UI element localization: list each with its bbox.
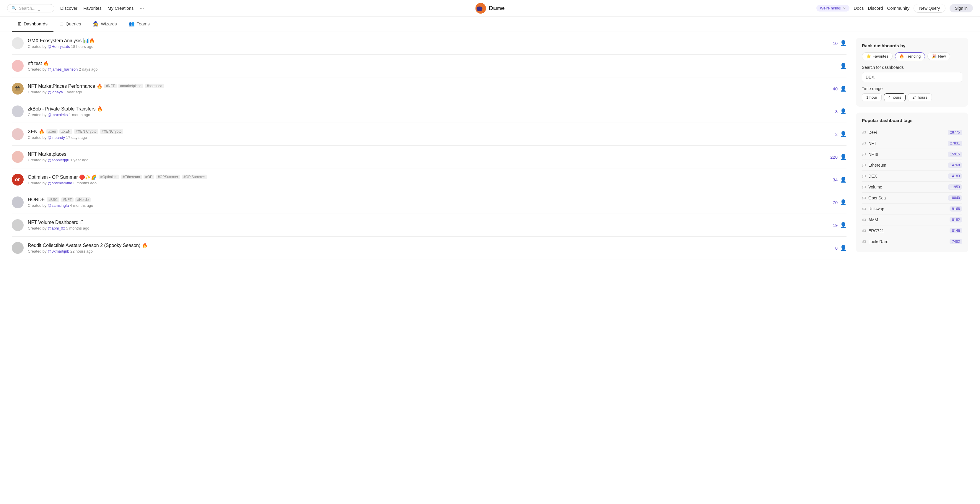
nav-favorites[interactable]: Favorites (83, 6, 102, 11)
popular-tags-section: Popular dashboard tags 🏷 DeFi 28775 🏷 NF… (856, 113, 968, 252)
tag-count: 9166 (950, 206, 962, 212)
search-box[interactable]: 🔍 Search... _ (7, 4, 54, 13)
creator-link[interactable]: @samsingla (48, 203, 69, 208)
time-button-4-hours[interactable]: 4 hours (884, 93, 905, 101)
dashboard-item[interactable]: HORDE #BSC#NFT#Horde Created by @samsing… (12, 191, 846, 214)
tag-name: 🏷 Ethereum (862, 163, 886, 167)
search-placeholder: Search... (19, 6, 35, 11)
rank-button-trending[interactable]: 🔥 Trending (895, 52, 925, 60)
creator-link[interactable]: @0xmartijnb (48, 249, 69, 254)
creator-link[interactable]: @maxaleks (48, 113, 68, 117)
nav-discover[interactable]: Discover (60, 6, 77, 11)
tag-row[interactable]: 🏷 OpenSea 10040 (862, 193, 962, 204)
dashboard-tag: #Horde (75, 197, 91, 202)
rank-btn-icon: 🔥 (899, 54, 904, 59)
tag-icon: 🏷 (862, 206, 866, 211)
creator-link[interactable]: @james_harrison (48, 67, 78, 72)
creator-link[interactable]: @lnpandy (48, 135, 65, 140)
dashboard-item[interactable]: NFT Volume Dashboard 🗒 Created by @abhi_… (12, 214, 846, 237)
subtab-wizards[interactable]: 🧙 Wizards (87, 16, 123, 32)
subtab-dashboards[interactable]: ⊞ Dashboards (12, 16, 54, 32)
hiring-badge[interactable]: We're hiring! ✕ (816, 5, 850, 11)
tag-row[interactable]: 🏷 Volume 11953 (862, 182, 962, 193)
dashboard-item[interactable]: nft test 🔥 Created by @james_harrison 2 … (12, 55, 846, 77)
tag-row[interactable]: 🏷 Ethereum 14768 (862, 160, 962, 171)
rank-button-new[interactable]: 🎉 New (928, 52, 950, 60)
item-meta: Created by @johaya 1 year ago (28, 90, 829, 94)
item-title: XEN 🔥 #xen#XEN#XEN Crypto#XENCrypto (28, 129, 831, 134)
item-meta: Created by @optimismfnd 3 months ago (28, 181, 829, 185)
item-title: HORDE #BSC#NFT#Horde (28, 197, 829, 203)
item-meta: Created by @Henrystats 18 hours ago (28, 44, 829, 49)
dashboard-item[interactable]: XEN 🔥 #xen#XEN#XEN Crypto#XENCrypto Crea… (12, 123, 846, 146)
creator-link[interactable]: @sophieqgu (48, 158, 69, 162)
person-icon: 👤 (840, 199, 846, 206)
time-range-label: Time range (862, 86, 962, 91)
rank-button-favorites[interactable]: ⭐ Favorites (862, 52, 892, 60)
docs-link[interactable]: Docs (854, 6, 864, 11)
signin-button[interactable]: Sign in (950, 4, 973, 13)
dashboard-item[interactable]: GMX Ecosystem Analysis 📊🔥 Created by @He… (12, 32, 846, 55)
tag-row[interactable]: 🏷 LooksRare 7482 (862, 236, 962, 247)
person-icon: 👤 (840, 63, 846, 69)
tag-name: 🏷 OpenSea (862, 196, 886, 200)
community-link[interactable]: Community (887, 6, 909, 11)
popular-tags-title: Popular dashboard tags (862, 118, 962, 123)
time-button-24-hours[interactable]: 24 hours (908, 93, 932, 101)
subtab-teams[interactable]: 👥 Teams (123, 16, 156, 32)
item-title: NFT Volume Dashboard 🗒 (28, 220, 829, 225)
nav-more[interactable]: ··· (139, 5, 144, 11)
hiring-close-icon[interactable]: ✕ (843, 6, 846, 10)
creator-link[interactable]: @johaya (48, 90, 63, 94)
top-navigation: 🔍 Search... _ Discover Favorites My Crea… (0, 0, 980, 16)
subtab-icon-wizards: 🧙 (93, 21, 99, 27)
dashboard-item[interactable]: 🏛 NFT MarketPlaces Performance 🔥 #NFT#ma… (12, 77, 846, 100)
star-count: 70 (833, 200, 838, 205)
tag-row[interactable]: 🏷 NFT 27831 (862, 138, 962, 149)
new-query-button[interactable]: New Query (913, 4, 945, 13)
item-title-text: GMX Ecosystem Analysis 📊🔥 (28, 38, 95, 43)
item-content: NFT Marketplaces Created by @sophieqgu 1… (28, 152, 826, 162)
tag-name: 🏷 LooksRare (862, 239, 888, 244)
tag-name: 🏷 ERC721 (862, 228, 884, 233)
tag-row[interactable]: 🏷 AMM 8182 (862, 214, 962, 225)
subtab-label: Wizards (101, 21, 117, 26)
rank-btn-icon: 🎉 (932, 54, 937, 59)
subtab-queries[interactable]: ☐ Queries (54, 16, 87, 32)
tag-count: 15915 (948, 152, 962, 157)
item-meta: Created by @abhi_0x 5 months ago (28, 226, 829, 230)
dashboard-tag: #OP Summer (181, 175, 207, 179)
time-button-1-hour[interactable]: 1 hour (862, 93, 881, 101)
star-count: 40 (833, 86, 838, 91)
star-count: 3 (835, 109, 838, 114)
tag-row[interactable]: 🏷 DeFi 28775 (862, 127, 962, 138)
dashboard-feed: GMX Ecosystem Analysis 📊🔥 Created by @He… (12, 32, 846, 259)
discord-link[interactable]: Discord (868, 6, 883, 11)
creator-link[interactable]: @optimismfnd (48, 181, 72, 185)
dashboard-item[interactable]: zkBob - Private Stable Transfers 🔥 Creat… (12, 100, 846, 123)
tag-name: 🏷 AMM (862, 217, 878, 222)
item-title-text: NFT Volume Dashboard 🗒 (28, 220, 84, 225)
subtab-icon-dashboards: ⊞ (18, 21, 22, 27)
tag-label: AMM (869, 217, 878, 222)
tag-row[interactable]: 🏷 NFTs 15915 (862, 149, 962, 160)
nav-my-creations[interactable]: My Creations (108, 6, 134, 11)
dashboard-item[interactable]: NFT Marketplaces Created by @sophieqgu 1… (12, 146, 846, 168)
creator-link[interactable]: @abhi_0x (48, 226, 65, 230)
tag-count: 14768 (948, 163, 962, 168)
tag-row[interactable]: 🏷 ERC721 8146 (862, 225, 962, 236)
tag-label: Volume (869, 185, 882, 189)
tag-label: DEX (869, 174, 877, 179)
tag-row[interactable]: 🏷 DEX 14183 (862, 171, 962, 182)
dashboard-tag: #XEN Crypto (74, 129, 99, 134)
dashboard-item[interactable]: Reddit Collectible Avatars Season 2 (Spo… (12, 237, 846, 259)
star-count: 8 (835, 246, 838, 250)
search-dashboards-input[interactable] (862, 72, 962, 82)
avatar (12, 37, 24, 49)
item-stats: 34 👤 (833, 176, 846, 183)
avatar (12, 151, 24, 163)
creator-link[interactable]: @Henrystats (48, 44, 70, 49)
person-icon: 👤 (840, 222, 846, 228)
dashboard-item[interactable]: OP Optimism - OP Summer 🔴✨🌈 #Optimism#Et… (12, 168, 846, 191)
tag-row[interactable]: 🏷 Uniswap 9166 (862, 204, 962, 214)
